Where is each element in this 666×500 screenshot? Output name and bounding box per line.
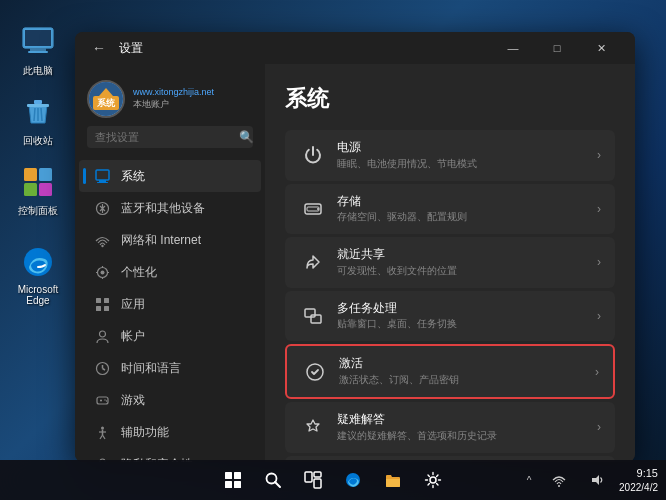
sidebar-label-apps: 应用 bbox=[121, 296, 145, 313]
nearby-share-arrow: › bbox=[597, 255, 601, 269]
svg-point-41 bbox=[105, 400, 106, 401]
svg-marker-69 bbox=[592, 475, 599, 485]
tray-expand[interactable]: ^ bbox=[519, 462, 539, 498]
back-button[interactable]: ← bbox=[87, 36, 111, 60]
tray-sound[interactable] bbox=[579, 462, 615, 498]
svg-rect-18 bbox=[96, 170, 109, 180]
storage-icon bbox=[299, 195, 327, 223]
desktop-icon-control-panel[interactable]: 控制面板 bbox=[8, 160, 68, 222]
desktop-icon-edge[interactable]: Microsoft Edge bbox=[8, 240, 68, 310]
profile-site: www.xitongzhijia.net bbox=[133, 87, 214, 98]
desktop-icon-recycle-bin[interactable]: 回收站 bbox=[8, 90, 68, 152]
taskbar-edge-icon[interactable] bbox=[335, 462, 371, 498]
personalize-icon bbox=[93, 263, 111, 281]
system-icon bbox=[93, 167, 111, 185]
svg-rect-64 bbox=[314, 472, 321, 477]
tray-network[interactable] bbox=[541, 462, 577, 498]
multitask-title: 多任务处理 bbox=[337, 301, 589, 317]
troubleshoot-sub: 建议的疑难解答、首选项和历史记录 bbox=[337, 429, 589, 443]
edge-label: Microsoft Edge bbox=[18, 284, 59, 306]
sidebar-item-bluetooth[interactable]: 蓝牙和其他设备 bbox=[79, 192, 261, 224]
sidebar-label-network: 网络和 Internet bbox=[121, 232, 201, 249]
sidebar-label-bluetooth: 蓝牙和其他设备 bbox=[121, 200, 205, 217]
profile-info: www.xitongzhijia.net 本地账户 bbox=[133, 87, 214, 111]
desktop-icon-this-pc[interactable]: 此电脑 bbox=[8, 20, 68, 82]
storage-title: 存储 bbox=[337, 194, 589, 210]
sidebar-item-personalize[interactable]: 个性化 bbox=[79, 256, 261, 288]
svg-rect-31 bbox=[96, 306, 101, 311]
minimize-button[interactable]: — bbox=[491, 32, 535, 64]
search-button[interactable] bbox=[255, 462, 291, 498]
control-panel-icon bbox=[20, 164, 56, 200]
sidebar-item-accessibility[interactable]: 辅助功能 bbox=[79, 416, 261, 448]
sidebar-label-time: 时间和语言 bbox=[121, 360, 181, 377]
power-sub: 睡眠、电池使用情况、节电模式 bbox=[337, 157, 589, 171]
this-pc-icon bbox=[20, 24, 56, 60]
edge-icon bbox=[20, 244, 56, 280]
close-button[interactable]: ✕ bbox=[579, 32, 623, 64]
multitask-icon bbox=[299, 302, 327, 330]
svg-point-67 bbox=[430, 477, 436, 483]
sidebar-item-system[interactable]: 系统 bbox=[79, 160, 261, 192]
sidebar-item-time[interactable]: 时间和语言 bbox=[79, 352, 261, 384]
svg-rect-12 bbox=[24, 183, 37, 196]
recycle-bin-label: 回收站 bbox=[23, 134, 53, 148]
troubleshoot-icon bbox=[299, 413, 327, 441]
search-input[interactable] bbox=[95, 131, 233, 143]
control-panel-label: 控制面板 bbox=[18, 204, 58, 218]
taskbar-settings-icon[interactable] bbox=[415, 462, 451, 498]
sidebar-item-network[interactable]: 网络和 Internet bbox=[79, 224, 261, 256]
multitask-sub: 贴靠窗口、桌面、任务切换 bbox=[337, 317, 589, 331]
settings-item-troubleshoot[interactable]: 疑难解答 建议的疑难解答、首选项和历史记录 › bbox=[285, 402, 615, 453]
power-arrow: › bbox=[597, 148, 601, 162]
profile-area: 系统 www.xitongzhijia.net 本地账户 🔍 bbox=[75, 72, 265, 160]
nearby-share-text: 就近共享 可发现性、收到文件的位置 bbox=[337, 247, 589, 278]
svg-line-36 bbox=[102, 368, 105, 370]
settings-item-multitask[interactable]: 多任务处理 贴靠窗口、桌面、任务切换 › bbox=[285, 291, 615, 342]
sidebar-label-personalize: 个性化 bbox=[121, 264, 157, 281]
activation-text: 激活 激活状态、订阅、产品密钥 bbox=[339, 356, 587, 387]
start-button[interactable] bbox=[215, 462, 251, 498]
taskbar-right: ^ 9:15 2022/ bbox=[519, 462, 666, 498]
title-bar: ← 设置 — □ ✕ bbox=[75, 32, 635, 64]
maximize-button[interactable]: □ bbox=[535, 32, 579, 64]
search-box[interactable]: 🔍 bbox=[87, 126, 253, 148]
troubleshoot-arrow: › bbox=[597, 420, 601, 434]
svg-point-40 bbox=[104, 399, 105, 400]
avatar: 系统 bbox=[87, 80, 125, 118]
svg-line-9 bbox=[41, 108, 42, 121]
sidebar-item-gaming[interactable]: 游戏 bbox=[79, 384, 261, 416]
sidebar-item-apps[interactable]: 应用 bbox=[79, 288, 261, 320]
sidebar-label-system: 系统 bbox=[121, 168, 145, 185]
svg-line-45 bbox=[100, 435, 103, 439]
settings-item-power[interactable]: 电源 睡眠、电池使用情况、节电模式 › bbox=[285, 130, 615, 181]
settings-window: ← 设置 — □ ✕ bbox=[75, 32, 635, 462]
svg-line-62 bbox=[275, 482, 280, 487]
clock[interactable]: 9:15 2022/4/2 bbox=[619, 466, 658, 493]
svg-rect-11 bbox=[39, 168, 52, 181]
task-view-button[interactable] bbox=[295, 462, 331, 498]
svg-rect-6 bbox=[34, 100, 42, 104]
multitask-arrow: › bbox=[597, 309, 601, 323]
svg-rect-2 bbox=[25, 30, 51, 46]
main-title: 系统 bbox=[285, 84, 615, 114]
nearby-share-icon bbox=[299, 248, 327, 276]
search-icon: 🔍 bbox=[239, 130, 254, 144]
multitask-text: 多任务处理 贴靠窗口、桌面、任务切换 bbox=[337, 301, 589, 332]
svg-rect-30 bbox=[104, 298, 109, 303]
svg-rect-60 bbox=[234, 481, 241, 488]
svg-rect-4 bbox=[28, 51, 48, 53]
taskbar-explorer-icon[interactable] bbox=[375, 462, 411, 498]
sidebar-item-accounts[interactable]: 帐户 bbox=[79, 320, 261, 352]
activation-title: 激活 bbox=[339, 356, 587, 372]
desktop: 此电脑 回收站 控制面板 bbox=[0, 0, 666, 500]
sidebar-label-accounts: 帐户 bbox=[121, 328, 145, 345]
network-icon bbox=[93, 231, 111, 249]
settings-item-storage[interactable]: 存储 存储空间、驱动器、配置规则 › bbox=[285, 184, 615, 235]
settings-item-nearby-share[interactable]: 就近共享 可发现性、收到文件的位置 › bbox=[285, 237, 615, 288]
window-controls: — □ ✕ bbox=[491, 32, 623, 64]
svg-rect-57 bbox=[225, 472, 232, 479]
svg-rect-65 bbox=[314, 479, 321, 488]
settings-item-activation[interactable]: 激活 激活状态、订阅、产品密钥 › bbox=[285, 344, 615, 399]
storage-text: 存储 存储空间、驱动器、配置规则 bbox=[337, 194, 589, 225]
